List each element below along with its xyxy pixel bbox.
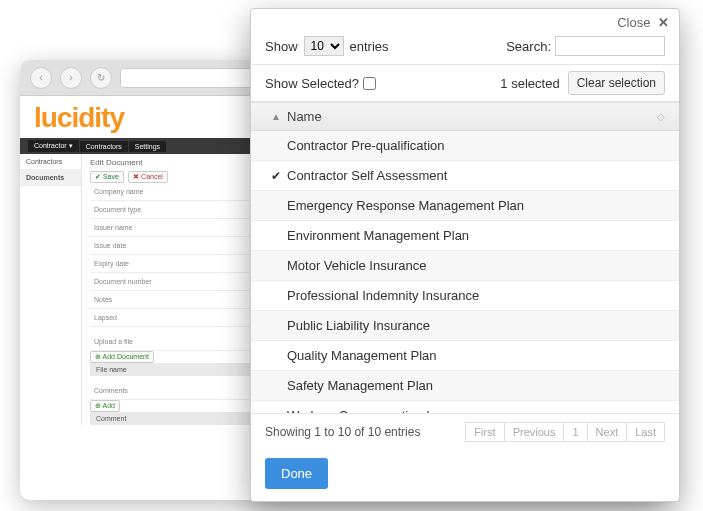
done-button[interactable]: Done: [265, 458, 328, 489]
sort-indicator-icon[interactable]: ▲: [265, 111, 287, 122]
table-row[interactable]: Professional Indemnity Insurance: [251, 281, 679, 311]
table-row[interactable]: Public Liability Insurance: [251, 311, 679, 341]
row-name: Environment Management Plan: [287, 228, 469, 243]
table-row[interactable]: Emergency Response Management Plan: [251, 191, 679, 221]
table-row[interactable]: Environment Management Plan: [251, 221, 679, 251]
pager-first[interactable]: First: [465, 422, 504, 442]
row-name: Professional Indemnity Insurance: [287, 288, 479, 303]
cancel-button[interactable]: ✖ Cancel: [128, 171, 168, 183]
add-document-button[interactable]: ⊕ Add Document: [90, 351, 154, 363]
sort-both-icon[interactable]: ◇: [657, 111, 665, 122]
row-name: Safety Management Plan: [287, 378, 433, 393]
row-name: Emergency Response Management Plan: [287, 198, 524, 213]
pager-last[interactable]: Last: [626, 422, 665, 442]
show-selected-checkbox[interactable]: [363, 77, 376, 90]
close-icon[interactable]: ✕: [658, 15, 669, 30]
table-row[interactable]: Quality Management Plan: [251, 341, 679, 371]
table-row[interactable]: Motor Vehicle Insurance: [251, 251, 679, 281]
selection-modal: Close ✕ Show 10 entries Search: Show Sel…: [250, 8, 680, 502]
clear-selection-button[interactable]: Clear selection: [568, 71, 665, 95]
search-input[interactable]: [555, 36, 665, 56]
add-comment-button[interactable]: ⊕ Add: [90, 400, 120, 412]
row-name: Contractor Pre-qualification: [287, 138, 445, 153]
row-name: Contractor Self Assessment: [287, 168, 447, 183]
row-name: Motor Vehicle Insurance: [287, 258, 426, 273]
table-row[interactable]: Contractor Pre-qualification: [251, 131, 679, 161]
table-row[interactable]: Workers Compensation Insurance: [251, 401, 679, 413]
table-header: ▲ Name ◇: [251, 102, 679, 131]
nav-contractors[interactable]: Contractors: [80, 141, 128, 152]
search-label: Search:: [506, 39, 551, 54]
sidebar-item-documents[interactable]: Documents: [20, 170, 81, 186]
table-info: Showing 1 to 10 of 10 entries: [265, 425, 420, 439]
row-name: Public Liability Insurance: [287, 318, 430, 333]
selected-count: 1 selected: [500, 76, 559, 91]
page-size-select[interactable]: 10: [304, 36, 344, 56]
entries-label: entries: [350, 39, 389, 54]
col-name-header[interactable]: Name: [287, 109, 657, 124]
row-name: Quality Management Plan: [287, 348, 437, 363]
pager-next[interactable]: Next: [587, 422, 628, 442]
row-check-icon: ✔: [265, 169, 287, 183]
table-row[interactable]: ✔Contractor Self Assessment: [251, 161, 679, 191]
pager: First Previous 1 Next Last: [466, 422, 665, 442]
forward-button[interactable]: ›: [60, 67, 82, 89]
show-label: Show: [265, 39, 298, 54]
file-col-name: File name: [96, 366, 127, 373]
pager-page-1[interactable]: 1: [563, 422, 587, 442]
back-button[interactable]: ‹: [30, 67, 52, 89]
sidebar-item-contractors[interactable]: Contractors: [20, 154, 81, 170]
close-label[interactable]: Close: [617, 15, 650, 30]
sidebar: Contractors Documents: [20, 154, 82, 425]
nav-settings[interactable]: Settings: [129, 141, 166, 152]
table-body: Contractor Pre-qualification✔Contractor …: [251, 131, 679, 413]
show-selected-label: Show Selected?: [265, 76, 359, 91]
table-row[interactable]: Safety Management Plan: [251, 371, 679, 401]
nav-contractor-dropdown[interactable]: Contractor ▾: [28, 140, 79, 152]
save-button[interactable]: ✔ Save: [90, 171, 124, 183]
reload-button[interactable]: ↻: [90, 67, 112, 89]
pager-prev[interactable]: Previous: [504, 422, 565, 442]
